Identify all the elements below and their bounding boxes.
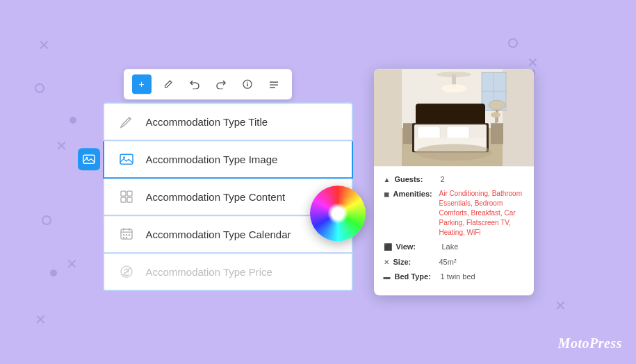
amenities-icon: ◼	[384, 190, 389, 200]
svg-point-49	[416, 144, 492, 160]
block-title-label: Accommodation Type Title	[146, 116, 268, 128]
view-icon: ⬛	[384, 243, 392, 253]
grid-icon	[115, 185, 138, 208]
svg-rect-46	[491, 123, 503, 144]
detail-size: ✕ Size: 45m²	[384, 257, 524, 267]
block-price[interactable]: Accommodation Type Price	[103, 254, 353, 291]
detail-view: ⬛ View: Lake	[384, 242, 524, 253]
undo-button[interactable]	[185, 74, 204, 94]
deco-cross-5: ✕	[527, 56, 539, 69]
toolbar: +	[124, 69, 292, 99]
price-icon	[115, 260, 138, 283]
svg-point-22	[125, 237, 127, 238]
main-container: +	[103, 69, 534, 295]
image-icon	[115, 148, 138, 170]
svg-rect-32	[503, 69, 534, 166]
svg-point-20	[128, 234, 129, 235]
view-key: View:	[396, 242, 439, 253]
svg-rect-44	[447, 126, 469, 139]
svg-rect-43	[418, 126, 440, 139]
svg-point-19	[125, 234, 127, 235]
deco-dot-2	[50, 270, 57, 276]
svg-point-30	[441, 84, 466, 92]
block-image-indicator	[78, 148, 100, 170]
svg-point-2	[247, 81, 248, 83]
deco-cross-3: ✕	[66, 257, 78, 271]
edit-button[interactable]	[158, 74, 178, 94]
svg-rect-31	[374, 69, 402, 166]
block-title[interactable]: Accommodation Type Title	[103, 102, 353, 141]
deco-circle-1	[35, 83, 44, 93]
guests-icon: ▲	[384, 175, 391, 185]
blocks-list: Accommodation Type Title	[103, 102, 353, 291]
bedtype-key: Bed Type:	[395, 272, 438, 282]
block-image-label: Accommodation Type Image	[146, 154, 278, 165]
svg-rect-10	[121, 191, 126, 196]
block-content[interactable]: Accommodation Type Content	[103, 179, 353, 216]
deco-cross-4: ✕	[35, 313, 47, 326]
preview-image	[374, 69, 534, 166]
amenities-key: Amenities:	[393, 190, 437, 200]
svg-point-21	[122, 237, 124, 238]
bedtype-value: 1 twin bed	[441, 272, 475, 282]
detail-guests: ▲ Guests: 2	[384, 174, 524, 185]
preview-details: ▲ Guests: 2 ◼ Amenities: Air Conditionin…	[374, 166, 534, 295]
add-block-button[interactable]: +	[132, 74, 152, 94]
svg-rect-6	[83, 155, 95, 163]
guests-key: Guests:	[394, 174, 437, 185]
detail-bedtype: ▬ Bed Type: 1 twin bed	[384, 272, 524, 282]
editor-panel: +	[103, 69, 353, 291]
block-calendar-label: Accommodation Type Calendar	[146, 229, 291, 240]
redo-button[interactable]	[211, 74, 231, 94]
block-image[interactable]: Accommodation Type Image	[103, 141, 353, 179]
deco-cross-1: ✕	[38, 38, 50, 52]
bedtype-icon: ▬	[384, 272, 391, 282]
svg-point-38	[489, 100, 505, 110]
deco-cross-2: ✕	[56, 139, 67, 153]
svg-rect-8	[120, 154, 133, 164]
pencil-icon	[115, 110, 138, 133]
menu-button[interactable]	[264, 74, 284, 94]
svg-rect-12	[121, 197, 126, 202]
deco-circle-3	[508, 38, 518, 48]
size-icon: ✕	[384, 258, 389, 267]
detail-amenities: ◼ Amenities: Air Conditioning, Bathroom …	[384, 190, 524, 238]
preview-card: ▲ Guests: 2 ◼ Amenities: Air Conditionin…	[374, 69, 534, 295]
size-key: Size:	[393, 257, 437, 267]
calendar-icon	[115, 223, 138, 245]
block-price-label: Accommodation Type Price	[146, 266, 272, 278]
deco-cross-6: ✕	[555, 299, 566, 313]
svg-point-48	[491, 112, 500, 117]
svg-point-9	[123, 156, 125, 158]
info-button[interactable]	[238, 74, 257, 94]
block-content-label: Accommodation Type Content	[146, 191, 286, 203]
color-wheel	[310, 185, 366, 241]
svg-rect-11	[127, 191, 132, 196]
svg-point-18	[122, 234, 124, 235]
svg-rect-13	[127, 197, 132, 202]
deco-dot-1	[70, 117, 76, 124]
amenities-value: Air Conditioning, Bathroom Essentials, B…	[439, 190, 524, 238]
bedroom-illustration	[374, 69, 534, 166]
svg-rect-40	[416, 104, 485, 126]
deco-circle-2	[42, 215, 51, 225]
guests-value: 2	[440, 174, 444, 185]
view-value: Lake	[442, 242, 459, 253]
size-value: 45m²	[439, 257, 457, 267]
motopress-logo: MotoPress	[558, 336, 622, 351]
